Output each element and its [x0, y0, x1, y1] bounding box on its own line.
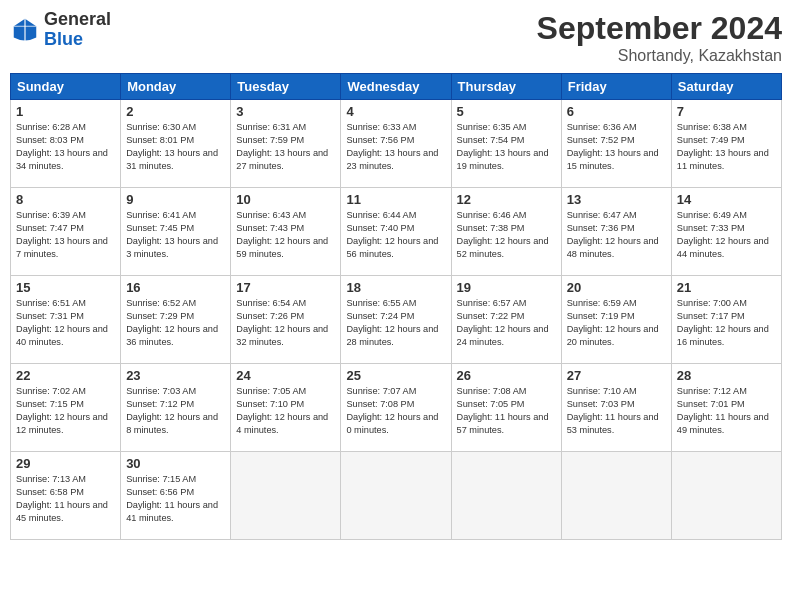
calendar-day: 9Sunrise: 6:41 AMSunset: 7:45 PMDaylight… [121, 188, 231, 276]
calendar-day: 19Sunrise: 6:57 AMSunset: 7:22 PMDayligh… [451, 276, 561, 364]
weekday-header: Friday [561, 74, 671, 100]
calendar-day [671, 452, 781, 540]
logo-general-text: General [44, 9, 111, 29]
calendar-day: 13Sunrise: 6:47 AMSunset: 7:36 PMDayligh… [561, 188, 671, 276]
month-title: September 2024 [537, 10, 782, 47]
calendar-day [451, 452, 561, 540]
calendar-week-row: 1Sunrise: 6:28 AMSunset: 8:03 PMDaylight… [11, 100, 782, 188]
calendar-day: 1Sunrise: 6:28 AMSunset: 8:03 PMDaylight… [11, 100, 121, 188]
weekday-header: Wednesday [341, 74, 451, 100]
weekday-header: Monday [121, 74, 231, 100]
calendar-day: 10Sunrise: 6:43 AMSunset: 7:43 PMDayligh… [231, 188, 341, 276]
calendar-day: 11Sunrise: 6:44 AMSunset: 7:40 PMDayligh… [341, 188, 451, 276]
calendar-day: 3Sunrise: 6:31 AMSunset: 7:59 PMDaylight… [231, 100, 341, 188]
weekday-header: Thursday [451, 74, 561, 100]
calendar-day: 30Sunrise: 7:15 AMSunset: 6:56 PMDayligh… [121, 452, 231, 540]
logo: General Blue [10, 10, 111, 50]
calendar-day [341, 452, 451, 540]
calendar-day: 5Sunrise: 6:35 AMSunset: 7:54 PMDaylight… [451, 100, 561, 188]
calendar-week-row: 15Sunrise: 6:51 AMSunset: 7:31 PMDayligh… [11, 276, 782, 364]
calendar-week-row: 29Sunrise: 7:13 AMSunset: 6:58 PMDayligh… [11, 452, 782, 540]
calendar-day: 18Sunrise: 6:55 AMSunset: 7:24 PMDayligh… [341, 276, 451, 364]
calendar-day: 7Sunrise: 6:38 AMSunset: 7:49 PMDaylight… [671, 100, 781, 188]
weekday-header: Tuesday [231, 74, 341, 100]
calendar-day: 12Sunrise: 6:46 AMSunset: 7:38 PMDayligh… [451, 188, 561, 276]
calendar-day: 2Sunrise: 6:30 AMSunset: 8:01 PMDaylight… [121, 100, 231, 188]
calendar-day: 21Sunrise: 7:00 AMSunset: 7:17 PMDayligh… [671, 276, 781, 364]
title-block: September 2024 Shortandy, Kazakhstan [537, 10, 782, 65]
logo-icon [10, 15, 40, 45]
calendar-day: 15Sunrise: 6:51 AMSunset: 7:31 PMDayligh… [11, 276, 121, 364]
location-text: Shortandy, Kazakhstan [537, 47, 782, 65]
calendar-day: 28Sunrise: 7:12 AMSunset: 7:01 PMDayligh… [671, 364, 781, 452]
calendar-day: 26Sunrise: 7:08 AMSunset: 7:05 PMDayligh… [451, 364, 561, 452]
calendar-day: 8Sunrise: 6:39 AMSunset: 7:47 PMDaylight… [11, 188, 121, 276]
calendar-day: 20Sunrise: 6:59 AMSunset: 7:19 PMDayligh… [561, 276, 671, 364]
calendar-day: 25Sunrise: 7:07 AMSunset: 7:08 PMDayligh… [341, 364, 451, 452]
weekday-header-row: SundayMondayTuesdayWednesdayThursdayFrid… [11, 74, 782, 100]
calendar-day: 29Sunrise: 7:13 AMSunset: 6:58 PMDayligh… [11, 452, 121, 540]
calendar-day: 4Sunrise: 6:33 AMSunset: 7:56 PMDaylight… [341, 100, 451, 188]
calendar-day: 16Sunrise: 6:52 AMSunset: 7:29 PMDayligh… [121, 276, 231, 364]
calendar-week-row: 8Sunrise: 6:39 AMSunset: 7:47 PMDaylight… [11, 188, 782, 276]
calendar-day: 6Sunrise: 6:36 AMSunset: 7:52 PMDaylight… [561, 100, 671, 188]
calendar-day: 27Sunrise: 7:10 AMSunset: 7:03 PMDayligh… [561, 364, 671, 452]
page-header: General Blue September 2024 Shortandy, K… [10, 10, 782, 65]
calendar-day: 22Sunrise: 7:02 AMSunset: 7:15 PMDayligh… [11, 364, 121, 452]
calendar-table: SundayMondayTuesdayWednesdayThursdayFrid… [10, 73, 782, 540]
logo-blue-text: Blue [44, 29, 83, 49]
calendar-day: 24Sunrise: 7:05 AMSunset: 7:10 PMDayligh… [231, 364, 341, 452]
weekday-header: Saturday [671, 74, 781, 100]
calendar-day: 17Sunrise: 6:54 AMSunset: 7:26 PMDayligh… [231, 276, 341, 364]
calendar-week-row: 22Sunrise: 7:02 AMSunset: 7:15 PMDayligh… [11, 364, 782, 452]
calendar-day [561, 452, 671, 540]
calendar-day: 23Sunrise: 7:03 AMSunset: 7:12 PMDayligh… [121, 364, 231, 452]
calendar-day: 14Sunrise: 6:49 AMSunset: 7:33 PMDayligh… [671, 188, 781, 276]
weekday-header: Sunday [11, 74, 121, 100]
calendar-day [231, 452, 341, 540]
